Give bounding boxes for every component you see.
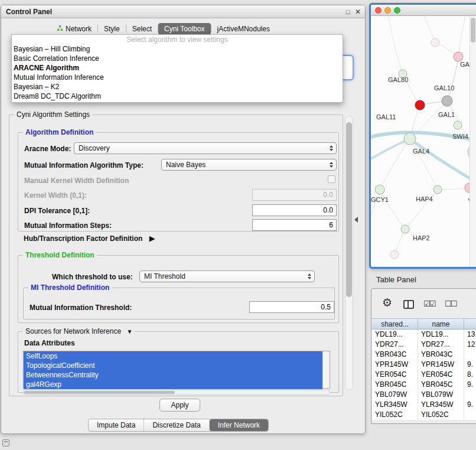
network-edge[interactable] [458,16,465,57]
tab-jactivemnodules[interactable]: jActiveMNodules [211,23,276,35]
sources-group-title[interactable]: Sources for Network Inference ▼ [23,327,135,335]
network-canvas[interactable]: GAL8GAL80GAL10GAL11GAL1SWI4GAL4GCY1HAP4Y… [371,16,476,267]
table-row[interactable]: YLR345WYLR345W9. [372,400,476,410]
mi-algorithm-type-select[interactable]: Naive Bayes [161,159,337,171]
mi-algorithm-type-value: Naive Bayes [162,161,327,169]
node-label: GAL11 [376,113,396,120]
which-threshold-select[interactable]: MI Threshold [139,270,315,282]
algorithm-option-aracne-algorithm[interactable]: ARACNE Algorithm [12,63,343,73]
network-node[interactable] [375,185,384,194]
gear-icon[interactable]: ⚙ [382,297,392,309]
collapse-down-arrow-icon[interactable]: ▼ [126,328,132,335]
network-node[interactable] [454,121,462,129]
list-horizontal-scrollbar[interactable] [23,390,330,395]
scrollbar-thumb[interactable] [471,18,475,43]
network-node[interactable] [390,250,399,259]
mi-algorithm-type-label: Mutual Information Algorithm Type: [24,161,144,169]
table-row[interactable]: YPR145WYPR145W9. [372,360,476,370]
table-row[interactable]: YER054CYER054C8. [372,370,476,380]
algorithm-option-bayesian-k2[interactable]: Bayesian – K2 [12,82,343,92]
network-edge[interactable] [447,57,458,101]
scrollbar-thumb[interactable] [24,391,175,394]
table-cell: YBR045C [418,380,464,390]
table-row[interactable]: YBR043CYBR043C [372,350,476,360]
dpi-tolerance-label: DPI Tolerance [0,1]: [24,207,90,215]
table-row[interactable]: YDL19...YDL19...13 [372,330,476,340]
tab-network[interactable]: Network [51,23,97,35]
network-edge[interactable] [410,139,438,190]
network-node[interactable] [431,38,439,47]
table-column-header[interactable] [464,319,476,329]
network-node[interactable] [433,185,442,194]
network-node[interactable] [401,225,409,233]
deselect-all-checkboxes-icon[interactable]: ☐☐ [445,299,456,308]
combo-updown-icon [327,162,336,168]
network-edge[interactable] [371,139,410,159]
network-edge[interactable] [410,139,476,187]
sources-title-text: Sources for Network Inference [25,327,121,335]
table-cell: YBR043C [418,350,464,360]
tab-select[interactable]: Select [126,23,158,35]
apply-button[interactable]: Apply [159,399,200,412]
list-vertical-scrollbar[interactable] [322,351,330,388]
close-window-icon[interactable]: ✕ [354,8,362,16]
table-panel-window: ⚙ ☑☑ ☐☐ shared...name YDL19...YDL19...13… [371,288,476,424]
mi-threshold-input[interactable]: 0.5 [249,301,334,313]
dpi-tolerance-input[interactable]: 0.0 [252,204,337,216]
algorithm-option-dream8-dc-tdc-algorithm[interactable]: Dream8 DC_TDC Algorithm [12,92,343,101]
attribute-item-selfloops[interactable]: SelfLoops [24,351,322,361]
select-all-checkboxes-icon[interactable]: ☑☑ [423,299,435,308]
which-threshold-label: Which threshold to use: [52,273,133,281]
manual-kernel-width-checkbox[interactable] [328,175,335,183]
table-cell: YDL19... [418,330,464,340]
columns-icon[interactable] [403,300,414,309]
node-label: HAP2 [413,234,430,242]
network-node[interactable] [454,52,463,61]
table-row[interactable]: YBL079WYBL079W [372,390,476,400]
algorithm-option-basic-correlation-inference[interactable]: Basic Correlation Inference [12,54,343,63]
close-traffic-light-icon[interactable] [375,7,382,14]
mi-steps-input[interactable]: 6 [252,219,337,231]
hub-definition-label: Hub/Transcription Factor Definition [24,234,142,243]
attribute-item-topologicalcoefficient[interactable]: TopologicalCoefficient [24,361,322,370]
network-view-window[interactable]: GAL8GAL80GAL10GAL11GAL1SWI4GAL4GCY1HAP4Y… [369,3,476,269]
float-window-icon[interactable]: □ [344,8,352,16]
attribute-item-gal4rgexp[interactable]: gal4RGexp [24,380,322,389]
table-column-header[interactable]: name [418,319,464,329]
attribute-item-betweennesscentrality[interactable]: BetweennessCentrality [24,370,322,380]
kernel-width-input[interactable]: 0.0 [252,189,337,201]
bottom-left-panel-icon[interactable] [2,439,9,446]
tab-style[interactable]: Style [98,23,126,35]
table-row[interactable]: YDR27...YDR27...12 [372,340,476,350]
table-body: YDL19...YDL19...13YDR27...YDR27...12YBR0… [372,330,476,420]
panel-splitter-collapse-icon[interactable] [354,217,358,223]
table-column-header[interactable]: shared... [372,319,418,329]
network-window-titlebar[interactable] [371,5,476,16]
control-panel-titlebar[interactable]: Control Panel □ ✕ [1,5,365,18]
aracne-mode-select[interactable]: Discovery [74,142,337,154]
algorithm-option-bayesian-hill-climbing[interactable]: Bayesian – Hill Climbing [12,44,343,54]
network-node[interactable] [404,133,416,145]
table-cell: YLR345W [418,400,464,410]
scrollbar-thumb[interactable] [346,122,352,297]
cyni-bottom-tab-bar: Impute DataDiscretize DataInfer Network [88,419,269,432]
tab-discretize-data[interactable]: Discretize Data [144,419,208,431]
settings-vertical-scrollbar[interactable] [345,116,353,390]
table-row[interactable]: YIL052CYIL052C [372,410,476,420]
zoom-traffic-light-icon[interactable] [394,7,400,14]
hub-definition-section[interactable]: Hub/Transcription Factor Definition ▶ [24,234,155,243]
tab-infer-network[interactable]: Infer Network [209,419,268,431]
network-node[interactable] [442,96,452,106]
minimize-traffic-light-icon[interactable] [384,7,391,14]
table-cell: YBR043C [372,350,418,360]
tab-impute-data[interactable]: Impute Data [89,419,144,431]
network-node[interactable] [415,100,425,110]
data-attributes-list[interactable]: SelfLoopsTopologicalCoefficientBetweenne… [23,351,330,389]
kernel-width-label: Kernel Width (0,1): [24,191,87,200]
network-vertical-scrollbar[interactable] [470,16,476,267]
expand-right-arrow-icon[interactable]: ▶ [149,234,155,243]
tab-cyni-toolbox[interactable]: Cyni Toolbox [158,23,210,35]
network-edge[interactable] [389,16,403,74]
table-row[interactable]: YBR045CYBR045C9. [372,380,476,390]
algorithm-option-mutual-information-inference[interactable]: Mutual Information Inference [12,73,343,82]
